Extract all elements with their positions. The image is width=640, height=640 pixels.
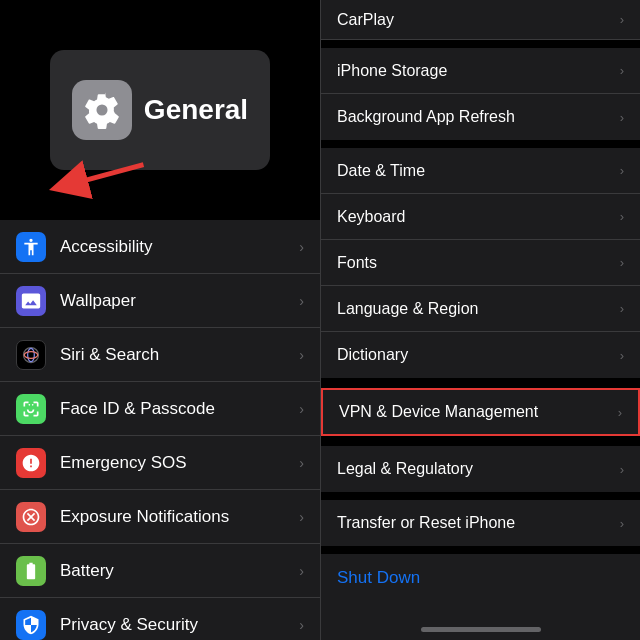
shutdown-label: Shut Down	[337, 568, 420, 588]
dictionary-row[interactable]: Dictionary ›	[321, 332, 640, 378]
vpn-row[interactable]: VPN & Device Management ›	[321, 388, 640, 436]
iphone-storage-label: iPhone Storage	[337, 62, 620, 80]
left-panel: General Accessibility › Wallpaper ›	[0, 0, 320, 640]
spacer-2	[321, 438, 640, 446]
faceid-label: Face ID & Passcode	[60, 399, 299, 419]
group-transfer: Transfer or Reset iPhone ›	[321, 500, 640, 554]
fonts-label: Fonts	[337, 254, 620, 272]
iphone-storage-chevron: ›	[620, 63, 624, 78]
legal-label: Legal & Regulatory	[337, 460, 620, 478]
sidebar-item-emergency-sos[interactable]: Emergency SOS ›	[0, 436, 320, 490]
dictionary-chevron: ›	[620, 348, 624, 363]
sidebar-item-wallpaper[interactable]: Wallpaper ›	[0, 274, 320, 328]
privacy-label: Privacy & Security	[60, 615, 299, 635]
accessibility-chevron: ›	[299, 239, 304, 255]
legal-row[interactable]: Legal & Regulatory ›	[321, 446, 640, 492]
sidebar-item-faceid[interactable]: Face ID & Passcode ›	[0, 382, 320, 436]
right-panel: CarPlay › iPhone Storage › Background Ap…	[321, 0, 640, 640]
language-region-chevron: ›	[620, 301, 624, 316]
siri-label: Siri & Search	[60, 345, 299, 365]
sidebar-item-exposure[interactable]: Exposure Notifications ›	[0, 490, 320, 544]
accessibility-icon	[16, 232, 46, 262]
siri-icon	[16, 340, 46, 370]
date-time-chevron: ›	[620, 163, 624, 178]
svg-point-4	[24, 351, 37, 358]
general-label: General	[144, 94, 248, 126]
group-legal: Legal & Regulatory ›	[321, 446, 640, 500]
sidebar-item-privacy[interactable]: Privacy & Security ›	[0, 598, 320, 640]
background-refresh-row[interactable]: Background App Refresh ›	[321, 94, 640, 140]
exposure-label: Exposure Notifications	[60, 507, 299, 527]
background-refresh-chevron: ›	[620, 110, 624, 125]
spacer-1	[321, 40, 640, 48]
battery-chevron: ›	[299, 563, 304, 579]
general-bubble: General	[0, 0, 320, 220]
keyboard-label: Keyboard	[337, 208, 620, 226]
vpn-chevron: ›	[618, 405, 622, 420]
exposure-chevron: ›	[299, 509, 304, 525]
svg-point-3	[28, 348, 35, 361]
language-region-label: Language & Region	[337, 300, 620, 318]
carplay-chevron: ›	[620, 12, 624, 27]
keyboard-chevron: ›	[620, 209, 624, 224]
fonts-chevron: ›	[620, 255, 624, 270]
sos-icon	[16, 448, 46, 478]
siri-chevron: ›	[299, 347, 304, 363]
wallpaper-label: Wallpaper	[60, 291, 299, 311]
background-refresh-label: Background App Refresh	[337, 108, 620, 126]
transfer-reset-label: Transfer or Reset iPhone	[337, 514, 620, 532]
faceid-chevron: ›	[299, 401, 304, 417]
date-time-label: Date & Time	[337, 162, 620, 180]
transfer-reset-chevron: ›	[620, 516, 624, 531]
keyboard-row[interactable]: Keyboard ›	[321, 194, 640, 240]
privacy-icon	[16, 610, 46, 640]
accessibility-label: Accessibility	[60, 237, 299, 257]
sidebar-item-accessibility[interactable]: Accessibility ›	[0, 220, 320, 274]
battery-icon	[16, 556, 46, 586]
sidebar-item-siri[interactable]: Siri & Search ›	[0, 328, 320, 382]
group-storage: iPhone Storage › Background App Refresh …	[321, 48, 640, 148]
wallpaper-icon	[16, 286, 46, 316]
carplay-row[interactable]: CarPlay ›	[321, 0, 640, 40]
exposure-icon	[16, 502, 46, 532]
group-localization: Date & Time › Keyboard › Fonts › Languag…	[321, 148, 640, 386]
svg-point-2	[24, 347, 39, 362]
shutdown-row[interactable]: Shut Down	[321, 554, 640, 602]
language-region-row[interactable]: Language & Region ›	[321, 286, 640, 332]
date-time-row[interactable]: Date & Time ›	[321, 148, 640, 194]
sos-label: Emergency SOS	[60, 453, 299, 473]
legal-chevron: ›	[620, 462, 624, 477]
sos-chevron: ›	[299, 455, 304, 471]
wallpaper-chevron: ›	[299, 293, 304, 309]
battery-label: Battery	[60, 561, 299, 581]
sidebar-item-battery[interactable]: Battery ›	[0, 544, 320, 598]
home-indicator	[421, 627, 541, 632]
gear-icon	[83, 91, 121, 129]
carplay-label: CarPlay	[337, 11, 620, 29]
vpn-label: VPN & Device Management	[339, 403, 618, 421]
fonts-row[interactable]: Fonts ›	[321, 240, 640, 286]
iphone-storage-row[interactable]: iPhone Storage ›	[321, 48, 640, 94]
faceid-icon	[16, 394, 46, 424]
privacy-chevron: ›	[299, 617, 304, 633]
transfer-reset-row[interactable]: Transfer or Reset iPhone ›	[321, 500, 640, 546]
settings-list: Accessibility › Wallpaper › Siri & Searc…	[0, 220, 320, 640]
dictionary-label: Dictionary	[337, 346, 620, 364]
